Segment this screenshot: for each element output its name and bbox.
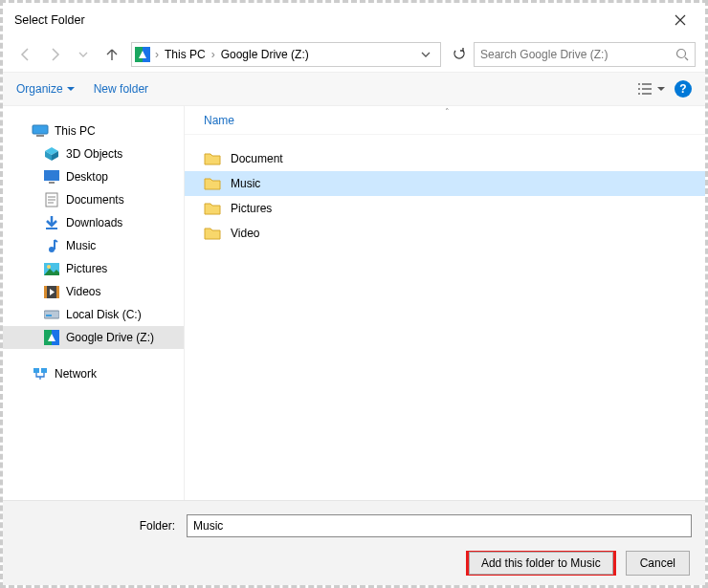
documents-icon [43, 192, 60, 207]
search-box[interactable] [474, 42, 696, 67]
breadcrumb-sep: › [210, 48, 217, 61]
recent-button[interactable] [70, 41, 97, 68]
tree-label: Downloads [66, 216, 122, 229]
svg-rect-8 [638, 93, 640, 95]
svg-rect-32 [41, 368, 47, 373]
disk-icon [43, 307, 60, 322]
pictures-icon [43, 261, 60, 276]
address-bar[interactable]: › This PC › Google Drive (Z:) [131, 42, 441, 67]
svg-rect-7 [642, 88, 652, 90]
caret-down-icon [657, 85, 665, 93]
tree-documents[interactable]: Documents [3, 188, 184, 211]
close-button[interactable] [659, 6, 701, 34]
view-button[interactable] [638, 82, 665, 96]
titlebar: Select Folder [3, 3, 705, 37]
gdrive-icon [132, 44, 153, 65]
file-list[interactable]: Document Music Pictures Video [185, 135, 705, 500]
file-name: Pictures [231, 202, 272, 215]
svg-rect-15 [44, 170, 59, 181]
tree-google-drive[interactable]: Google Drive (Z:) [3, 326, 184, 349]
breadcrumb-sep: › [153, 48, 161, 61]
music-icon [43, 238, 60, 253]
tree-3d-objects[interactable]: 3D Objects [3, 142, 184, 165]
organize-button[interactable]: Organize [16, 82, 75, 96]
tree-label: Pictures [66, 262, 107, 275]
svg-rect-24 [56, 286, 59, 298]
tree-label: Documents [66, 193, 124, 207]
folder-icon [204, 226, 221, 241]
tree-label: Videos [66, 285, 100, 298]
svg-point-3 [677, 50, 686, 58]
folder-icon [204, 201, 221, 216]
new-folder-button[interactable]: New folder [94, 82, 148, 96]
tree-label: Desktop [66, 170, 108, 184]
chevron-down-icon [421, 50, 431, 59]
tree-network[interactable]: Network [3, 362, 184, 385]
tree-this-pc[interactable]: This PC [3, 120, 184, 142]
select-folder-dialog: Select Folder › This PC › Google Drive (… [3, 3, 705, 585]
breadcrumb-this-pc[interactable]: This PC [161, 43, 210, 66]
caret-down-icon [67, 85, 75, 93]
file-name: Music [231, 177, 260, 190]
navbar: › This PC › Google Drive (Z:) [3, 37, 705, 72]
tree-label: 3D Objects [66, 147, 122, 161]
folder-icon [204, 176, 221, 191]
svg-rect-10 [33, 125, 48, 134]
file-name: Video [231, 227, 259, 240]
folder-icon [204, 151, 221, 166]
breadcrumb-gdrive[interactable]: Google Drive (Z:) [217, 43, 313, 66]
downloads-icon [43, 215, 60, 230]
svg-rect-4 [638, 83, 640, 85]
tree-label: Local Disk (C:) [66, 308, 142, 321]
back-button[interactable] [12, 41, 39, 68]
chevron-down-icon [78, 50, 88, 59]
nav-tree[interactable]: This PC 3D Objects Desktop Documents Dow… [3, 106, 185, 500]
column-header-name[interactable]: Name ˄ [185, 106, 705, 135]
3d-icon [43, 146, 60, 162]
tree-desktop[interactable]: Desktop [3, 165, 184, 188]
footer: Folder: Add this folder to Music Cancel [3, 500, 705, 585]
svg-rect-5 [642, 83, 652, 85]
tree-label: Music [66, 239, 96, 252]
file-row[interactable]: Video [185, 221, 705, 246]
forward-button[interactable] [41, 41, 68, 68]
cancel-button[interactable]: Cancel [626, 551, 690, 576]
tree-videos[interactable]: Videos [3, 280, 184, 303]
svg-rect-31 [33, 368, 39, 373]
search-input[interactable] [480, 48, 675, 61]
sort-asc-icon: ˄ [445, 107, 450, 117]
help-button[interactable]: ? [675, 80, 692, 98]
close-icon [675, 14, 686, 26]
search-icon [675, 48, 689, 61]
folder-row: Folder: [16, 514, 692, 537]
file-row[interactable]: Pictures [185, 196, 705, 221]
toolbar: Organize New folder ? [3, 72, 705, 106]
content-pane: Name ˄ Document Music Pictures [185, 106, 705, 500]
folder-input[interactable] [187, 514, 692, 537]
svg-rect-27 [46, 315, 52, 316]
arrow-right-icon [47, 47, 62, 62]
svg-rect-11 [36, 135, 44, 137]
view-icon [638, 82, 655, 96]
cancel-label: Cancel [640, 556, 675, 570]
address-dropdown[interactable] [421, 50, 440, 59]
file-row[interactable]: Document [185, 146, 705, 171]
tree-downloads[interactable]: Downloads [3, 211, 184, 234]
tree-pictures[interactable]: Pictures [3, 257, 184, 280]
column-name-label: Name [204, 114, 234, 127]
organize-label: Organize [16, 82, 63, 96]
svg-rect-18 [46, 228, 57, 229]
svg-rect-23 [44, 286, 47, 298]
up-button[interactable] [99, 41, 125, 68]
tree-label: Google Drive (Z:) [66, 331, 154, 344]
tree-music[interactable]: Music [3, 234, 184, 257]
add-folder-button[interactable]: Add this folder to Music [466, 551, 616, 576]
svg-rect-9 [642, 93, 652, 95]
dialog-title: Select Folder [14, 13, 659, 27]
svg-point-21 [47, 265, 51, 269]
svg-rect-6 [638, 88, 640, 90]
refresh-button[interactable] [447, 42, 472, 67]
folder-label: Folder: [16, 519, 179, 533]
file-row[interactable]: Music [185, 171, 705, 196]
tree-local-disk[interactable]: Local Disk (C:) [3, 303, 184, 326]
